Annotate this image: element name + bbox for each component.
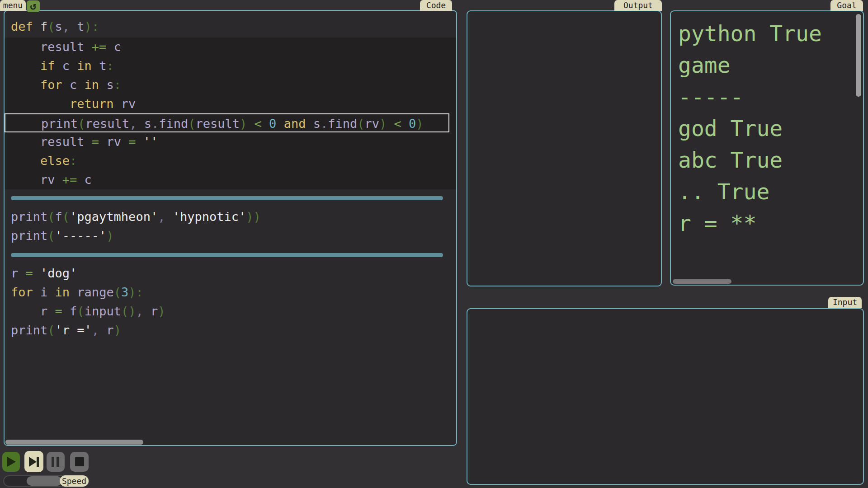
code-line: r = 'dog' bbox=[5, 264, 456, 283]
pause-icon bbox=[51, 456, 61, 467]
stop-icon bbox=[75, 457, 85, 467]
tab-input: Input bbox=[828, 297, 862, 308]
goal-vertical-scrollbar[interactable] bbox=[856, 14, 861, 97]
code-line[interactable]: if c in t: bbox=[5, 56, 456, 75]
goal-line: r = ** bbox=[678, 207, 863, 239]
code-panel: def f(s, t): result += c if c in t: for … bbox=[4, 10, 457, 446]
tab-output: Output bbox=[614, 0, 662, 11]
goal-panel: python True game ----- god True abc True… bbox=[670, 10, 864, 286]
code-line-selected[interactable]: print(result, s.find(result) < 0 and s.f… bbox=[5, 113, 449, 132]
goal-content: python True game ----- god True abc True… bbox=[671, 11, 863, 239]
stop-button[interactable] bbox=[70, 452, 89, 472]
goal-line: abc True bbox=[678, 144, 863, 176]
code-line: r = f(input(), r) bbox=[5, 302, 456, 321]
step-forward-icon bbox=[28, 456, 40, 468]
goal-line: python True bbox=[678, 18, 863, 49]
code-horizontal-scrollbar[interactable] bbox=[5, 440, 143, 445]
goal-line: .. True bbox=[678, 176, 863, 207]
code-line: print('r =', r) bbox=[5, 321, 456, 340]
play-button[interactable] bbox=[2, 452, 20, 472]
code-line[interactable]: return rv bbox=[5, 94, 456, 113]
code-line[interactable]: for c in s: bbox=[5, 75, 456, 94]
pause-button[interactable] bbox=[47, 452, 65, 472]
code-line[interactable]: result = rv = '' bbox=[5, 132, 456, 151]
speed-slider-thumb[interactable] bbox=[27, 476, 62, 486]
code-line: for i in range(3): bbox=[5, 283, 456, 302]
code-shuffle-block: result += c if c in t: for c in s: retur… bbox=[5, 38, 456, 189]
code-section-separator bbox=[11, 196, 443, 200]
code-line[interactable]: rv += c bbox=[5, 170, 456, 189]
step-forward-button[interactable] bbox=[24, 451, 43, 472]
goal-line: ----- bbox=[678, 81, 863, 113]
goal-line: god True bbox=[678, 113, 863, 144]
menu-button[interactable]: menu bbox=[0, 0, 26, 11]
code-line[interactable]: result += c bbox=[5, 38, 456, 56]
output-panel bbox=[467, 10, 662, 286]
input-panel[interactable] bbox=[467, 308, 864, 485]
speed-label: Speed bbox=[60, 475, 89, 487]
code-section-separator bbox=[11, 253, 443, 257]
goal-line: game bbox=[678, 49, 863, 81]
reset-button[interactable]: ↺ bbox=[27, 0, 40, 12]
goal-horizontal-scrollbar[interactable] bbox=[673, 279, 731, 284]
play-icon bbox=[6, 456, 17, 468]
code-line: print('-----') bbox=[5, 226, 456, 245]
code-line[interactable]: else: bbox=[5, 151, 456, 170]
tab-code: Code bbox=[420, 0, 452, 11]
reset-icon: ↺ bbox=[30, 0, 37, 12]
code-line: print(f('pgaytmheon', 'hypnotic')) bbox=[5, 207, 456, 226]
code-line-def: def f(s, t): bbox=[5, 17, 456, 36]
tab-goal: Goal bbox=[830, 0, 863, 11]
